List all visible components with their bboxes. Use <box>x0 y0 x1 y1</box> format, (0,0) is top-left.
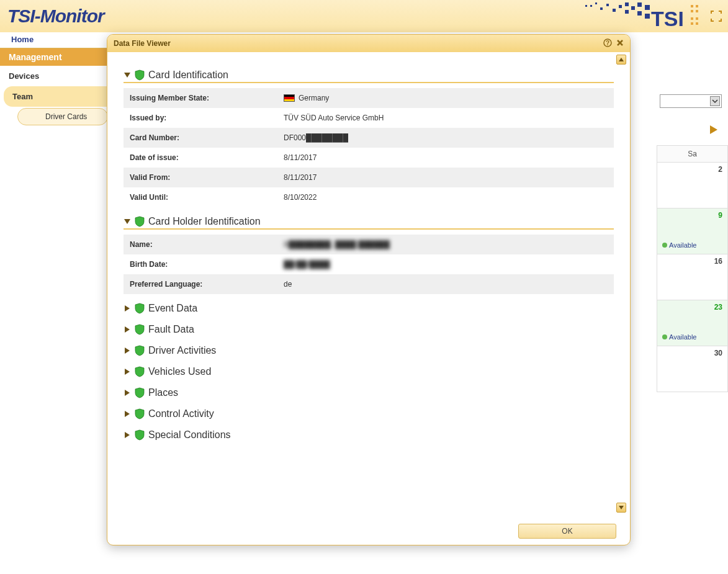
ok-button[interactable]: OK <box>518 524 616 539</box>
status-dot-icon <box>662 334 667 339</box>
svg-rect-22 <box>696 22 698 25</box>
svg-rect-20 <box>696 17 698 20</box>
section-header-places[interactable]: Places <box>124 387 614 398</box>
section-header-card-identification[interactable]: Card Identification <box>124 70 614 83</box>
data-row: Card Number:DF000████████ <box>124 128 614 148</box>
calendar-day-number: 23 <box>714 303 722 312</box>
shield-ok-icon <box>135 324 145 335</box>
expand-icon <box>124 368 131 375</box>
data-row: Birth Date:██/██/████ <box>124 254 614 274</box>
calendar-column-header: Sa <box>657 145 728 163</box>
sidebar-section-management: Management <box>0 48 112 66</box>
data-row: Name:B████████, ████ ██████ <box>124 235 614 254</box>
data-row: Valid From:8/11/2017 <box>124 168 614 187</box>
svg-rect-18 <box>696 10 698 12</box>
expand-icon <box>124 431 131 439</box>
calendar-available-badge: Available <box>662 333 696 341</box>
data-value: 8/10/2022 <box>284 193 317 202</box>
chevron-down-icon[interactable] <box>710 96 720 106</box>
shield-ok-icon <box>135 70 145 81</box>
svg-rect-10 <box>637 2 642 7</box>
expand-icon <box>124 326 131 333</box>
scroll-down-icon[interactable] <box>616 503 626 513</box>
data-label: Card Number: <box>130 133 284 142</box>
calendar-strip: Sa 29Available1623Available30 <box>657 94 728 392</box>
expand-icon <box>124 410 131 418</box>
svg-rect-2 <box>595 2 597 4</box>
section-header-vehicles-used[interactable]: Vehicles Used <box>124 366 614 377</box>
data-value: 8/11/2017 <box>284 173 317 182</box>
data-value: B████████, ████ ██████ <box>284 240 390 249</box>
fullscreen-icon[interactable] <box>711 11 722 22</box>
data-value: Germany <box>284 94 329 102</box>
svg-rect-19 <box>691 17 693 20</box>
scroll-up-icon[interactable] <box>616 55 626 65</box>
svg-rect-8 <box>625 10 629 14</box>
sidebar-item-devices[interactable]: Devices <box>0 66 112 86</box>
sidebar-item-team[interactable]: Team <box>4 86 112 107</box>
section-header-special-conditions[interactable]: Special Conditions <box>124 429 614 441</box>
calendar-day-number: 16 <box>714 257 722 266</box>
svg-rect-3 <box>600 7 603 10</box>
shield-ok-icon <box>135 345 145 356</box>
shield-ok-icon <box>135 408 145 419</box>
data-label: Valid From: <box>130 173 284 182</box>
close-icon[interactable] <box>615 38 625 48</box>
section-title: Card Holder Identification <box>148 216 261 227</box>
flag-germany-icon <box>284 94 295 102</box>
section-header-driver-activities[interactable]: Driver Activities <box>124 345 614 356</box>
section-title: Vehicles Used <box>148 366 211 377</box>
shield-ok-icon <box>135 387 145 398</box>
svg-rect-0 <box>585 5 587 7</box>
section-title: Special Conditions <box>148 429 231 441</box>
calendar-cell[interactable]: 2 <box>657 163 728 209</box>
section-title: Event Data <box>148 303 197 314</box>
shield-ok-icon <box>135 366 145 377</box>
app-header: TSI-Monitor TSI <box>0 0 728 32</box>
section-header-fault-data[interactable]: Fault Data <box>124 324 614 335</box>
svg-rect-9 <box>631 6 635 10</box>
section-header-event-data[interactable]: Event Data <box>124 303 614 314</box>
svg-rect-1 <box>590 5 592 7</box>
svg-rect-6 <box>619 5 622 8</box>
shield-ok-icon <box>135 429 145 441</box>
data-row: Issued by:TÜV SÜD Auto Service GmbH <box>124 108 614 128</box>
calendar-cell[interactable]: 9Available <box>657 209 728 254</box>
calendar-next-icon[interactable] <box>708 124 719 137</box>
header-right-logo: TSI <box>585 2 722 30</box>
tab-menu: Home <box>0 32 112 48</box>
svg-rect-13 <box>645 14 650 19</box>
collapse-icon <box>124 218 131 225</box>
calendar-cell[interactable]: 23Available <box>657 300 728 346</box>
data-row: Date of issue:8/11/2017 <box>124 148 614 168</box>
data-label: Name: <box>130 240 284 249</box>
section-card-holder-identification: Card Holder Identification Name:B███████… <box>124 216 614 294</box>
svg-rect-21 <box>691 22 693 25</box>
calendar-dropdown[interactable] <box>660 94 722 108</box>
dialog-header[interactable]: Data File Viewer ? <box>107 35 630 52</box>
svg-rect-5 <box>613 9 616 12</box>
data-row: Valid Until:8/10/2022 <box>124 187 614 207</box>
tab-home[interactable]: Home <box>0 32 45 48</box>
data-value: DF000████████ <box>284 133 348 142</box>
section-title: Control Activity <box>148 408 214 419</box>
svg-rect-11 <box>637 11 642 16</box>
data-value: ██/██/████ <box>284 260 330 269</box>
svg-rect-12 <box>645 5 650 10</box>
section-header-card-holder-identification[interactable]: Card Holder Identification <box>124 216 614 230</box>
calendar-day-number: 2 <box>718 165 722 174</box>
data-file-viewer-dialog: Data File Viewer ? Card Identification I… <box>107 34 631 545</box>
collapse-icon <box>124 71 131 79</box>
calendar-day-number: 9 <box>718 211 722 220</box>
help-icon[interactable]: ? <box>603 38 613 48</box>
dialog-scrollbar[interactable] <box>616 55 626 513</box>
calendar-cell[interactable]: 16 <box>657 254 728 300</box>
data-label: Valid Until: <box>130 193 284 202</box>
calendar-available-badge: Available <box>662 241 696 249</box>
data-label: Birth Date: <box>130 260 284 269</box>
calendar-cell[interactable]: 30 <box>657 346 728 392</box>
calendar-day-number: 30 <box>714 349 722 357</box>
data-label: Preferred Language: <box>130 280 284 289</box>
sidebar-item-driver-cards[interactable]: Driver Cards <box>17 108 108 125</box>
section-header-control-activity[interactable]: Control Activity <box>124 408 614 419</box>
